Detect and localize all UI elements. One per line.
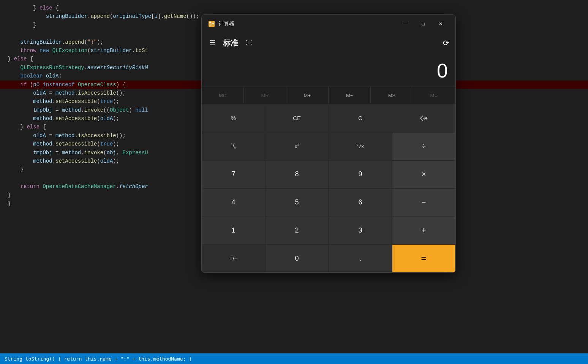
- calculator-titlebar: 计算器 — □ ✕: [202, 15, 455, 33]
- three-button[interactable]: 3: [329, 216, 392, 244]
- minimize-button[interactable]: —: [397, 18, 414, 30]
- reciprocal-button[interactable]: 1/x: [202, 132, 265, 160]
- window-controls: — □ ✕: [397, 18, 449, 30]
- backspace-button[interactable]: [392, 104, 455, 132]
- bookmark-icon: ⛶: [246, 40, 252, 47]
- history-icon[interactable]: ⟳: [443, 38, 449, 48]
- svg-rect-4: [210, 24, 211, 24]
- one-button[interactable]: 1: [202, 216, 265, 244]
- seven-button[interactable]: 7: [202, 160, 265, 188]
- eight-button[interactable]: 8: [265, 160, 329, 188]
- svg-rect-6: [213, 24, 213, 24]
- status-bar: String toString() { return this.name + "…: [0, 353, 588, 364]
- two-button[interactable]: 2: [265, 216, 329, 244]
- multiply-button[interactable]: ×: [392, 160, 455, 188]
- svg-rect-5: [212, 24, 212, 24]
- hamburger-menu-icon[interactable]: ☰: [208, 37, 217, 49]
- m-minus-button[interactable]: M−: [329, 87, 371, 104]
- sqrt-button[interactable]: 2√x: [329, 132, 392, 160]
- decimal-button[interactable]: .: [329, 244, 392, 272]
- memory-row: MC MR M+ M− MS M⌄: [202, 87, 455, 104]
- percent-button[interactable]: %: [202, 104, 265, 132]
- svg-rect-10: [213, 25, 214, 25]
- close-button[interactable]: ✕: [432, 18, 449, 30]
- calculator-header: ☰ 标准 ⛶ ⟳: [202, 33, 455, 53]
- equals-button[interactable]: =: [392, 244, 455, 272]
- calculator-app-icon: [208, 20, 215, 28]
- clear-button[interactable]: C: [329, 104, 392, 132]
- divide-button[interactable]: ÷: [392, 132, 455, 160]
- svg-rect-1: [209, 22, 211, 23]
- four-button[interactable]: 4: [202, 188, 265, 217]
- nine-button[interactable]: 9: [329, 160, 392, 188]
- square-button[interactable]: x2: [265, 132, 329, 160]
- ce-button[interactable]: CE: [265, 104, 329, 132]
- mr-button[interactable]: MR: [244, 87, 286, 104]
- mc-button[interactable]: MC: [202, 87, 244, 104]
- calculator-title: 计算器: [218, 21, 397, 27]
- six-button[interactable]: 6: [329, 188, 392, 217]
- subtract-button[interactable]: −: [392, 188, 455, 217]
- calculator-display: 0: [202, 53, 455, 87]
- calculator-mode-title: 标准: [223, 38, 238, 48]
- five-button[interactable]: 5: [265, 188, 329, 217]
- ms-button[interactable]: MS: [371, 87, 413, 104]
- svg-rect-3: [209, 24, 210, 24]
- add-button[interactable]: +: [392, 216, 455, 244]
- svg-rect-7: [209, 25, 210, 25]
- calculator-window: 计算器 — □ ✕ ☰ 标准 ⛶ ⟳ 0 MC MR M+ M− MS M⌄ %…: [201, 14, 456, 273]
- display-value: 0: [437, 59, 448, 82]
- negate-button[interactable]: +/−: [202, 244, 265, 272]
- status-text: String toString() { return this.name + "…: [5, 356, 192, 362]
- zero-button[interactable]: 0: [265, 244, 329, 272]
- svg-rect-2: [212, 23, 214, 24]
- m-plus-button[interactable]: M+: [286, 87, 329, 104]
- svg-rect-8: [210, 25, 211, 25]
- maximize-button[interactable]: □: [414, 18, 432, 30]
- code-line: } else {: [0, 4, 588, 12]
- calculator-buttons: % CE C 1/x x2 2√x ÷ 7 8 9 × 4 5 6: [202, 104, 455, 272]
- m-chevron-button[interactable]: M⌄: [413, 87, 455, 104]
- svg-rect-9: [212, 25, 212, 25]
